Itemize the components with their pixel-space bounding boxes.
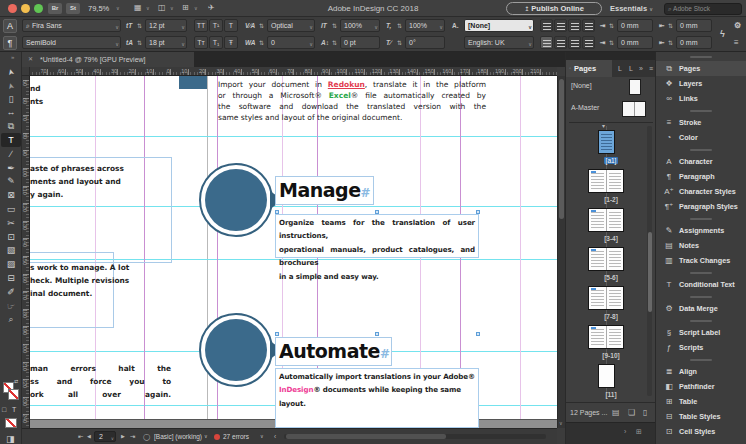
left-indent-field[interactable]: 0 mm — [617, 19, 653, 32]
next-page-icon[interactable]: ▶ — [121, 433, 125, 439]
panel-button-layers[interactable]: ❖Layers — [656, 76, 746, 91]
kerning-field[interactable]: Optical∨ — [267, 19, 315, 32]
adobe-stock-search-input[interactable]: ⌕ Adobe Stock — [664, 3, 742, 15]
vertical-scale-stepper[interactable]: ⇅ — [332, 22, 337, 29]
rectangle-frame-tool[interactable]: ⊠ — [1, 188, 21, 202]
vertical-ruler[interactable]: 5060708090100110120130140150160170180190… — [22, 76, 30, 428]
dock-group-grip[interactable] — [690, 272, 712, 274]
first-line-indent-field[interactable]: 0 mm — [617, 36, 653, 49]
automate-circle-graphic[interactable] — [199, 313, 273, 387]
page-label[interactable]: [7-8] — [566, 313, 656, 320]
panel-button-paragraph[interactable]: ¶Paragraph — [656, 169, 746, 184]
master-none-thumbnail[interactable] — [629, 79, 641, 95]
formatting-affects-container-icon[interactable]: □ — [2, 406, 6, 413]
clipped-text-fragment[interactable]: ndnts — [30, 82, 171, 108]
page-thumbnail-5-6[interactable] — [588, 247, 624, 271]
zoom-chevron-icon[interactable]: ∨ — [116, 5, 120, 11]
panel-button-conditional-text[interactable]: TConditional Text — [656, 277, 746, 292]
page-label[interactable]: [3-4] — [566, 235, 656, 242]
resize-grip-icon[interactable]: ⊞ — [636, 428, 642, 436]
dock-group-grip[interactable] — [690, 359, 712, 361]
kerning-stepper[interactable]: ⇅ — [259, 22, 264, 29]
view-options-chevron-icon[interactable]: ∨ — [146, 5, 150, 11]
baseline-shift-field[interactable]: 0 pt — [340, 36, 380, 49]
panel-button-links[interactable]: ∞Links — [656, 91, 746, 106]
bridge-icon[interactable]: Br — [48, 3, 62, 14]
close-window-button[interactable] — [8, 4, 17, 13]
eyedropper-tool[interactable]: ✐ — [1, 285, 21, 299]
left-indent-stepper[interactable]: ⇅ — [609, 22, 614, 29]
gradient-feather-tool[interactable]: ▨ — [1, 257, 21, 271]
preflight-profile-chevron-icon[interactable]: ∨ — [204, 433, 208, 439]
panel-button-stroke[interactable]: ≡Stroke — [656, 115, 746, 130]
automate-heading-frame[interactable]: Automate# — [275, 337, 392, 366]
dock-group-grip[interactable] — [690, 218, 712, 220]
preferences-gear-icon[interactable]: ⚙ — [734, 21, 741, 30]
horizontal-scale-field[interactable]: 100%∨ — [405, 19, 445, 32]
gpu-performance-icon[interactable]: ✈ — [208, 3, 215, 12]
horizontal-guide[interactable] — [30, 136, 557, 137]
rectangle-tool[interactable]: ▭ — [1, 202, 21, 216]
view-options-icon[interactable]: ▦ — [134, 3, 142, 12]
page-thumbnail-a1[interactable] — [598, 130, 615, 154]
selection-handle[interactable] — [275, 332, 279, 336]
strikethrough-button[interactable]: Ŧ — [224, 36, 238, 49]
justify-right-button[interactable] — [568, 36, 581, 49]
panel-button-character-styles[interactable]: A⁺Character Styles — [656, 184, 746, 199]
page-thumbnail-7-8[interactable] — [588, 286, 624, 310]
vertical-scale-field[interactable]: 100%∨ — [340, 19, 380, 32]
selection-tool[interactable]: ➤ — [1, 64, 21, 78]
panel-button-pathfinder[interactable]: ◧Pathfinder — [656, 379, 746, 394]
first-page-icon[interactable]: ⇤ — [78, 433, 83, 441]
font-size-stepper[interactable]: ⇅ — [137, 22, 142, 29]
panel-button-pages[interactable]: ⧉Pages — [656, 61, 746, 76]
pencil-tool[interactable]: ✎ — [1, 174, 21, 188]
last-line-indent-stepper[interactable]: ⇅ — [668, 39, 673, 46]
font-family-select[interactable]: ⌕ Fira Sans∨ — [22, 19, 121, 32]
vertical-scrollbar[interactable]: ∨ — [557, 76, 565, 428]
right-indent-field[interactable]: 0 mm — [676, 19, 712, 32]
panel-button-data-merge[interactable]: ⚙Data Merge — [656, 301, 746, 316]
justify-all-button[interactable] — [582, 36, 595, 49]
skew-field[interactable]: 0° — [405, 36, 445, 49]
publish-online-button[interactable]: ↥ Publish Online — [506, 2, 602, 15]
type-tool[interactable]: T — [1, 133, 21, 147]
clipped-text-fragment[interactable]: aste of phrases acrossments and layout a… — [30, 162, 171, 201]
manage-heading-frame[interactable]: Manage# — [275, 176, 374, 205]
horizontal-scrollbar[interactable] — [284, 434, 546, 439]
character-style-select[interactable]: [None]∨ — [464, 19, 534, 32]
view-mode-icon[interactable]: ◨ — [6, 434, 15, 444]
tracking-field[interactable]: 0∨ — [267, 36, 315, 49]
gap-tool[interactable]: ↔ — [1, 105, 21, 119]
page-label[interactable]: [9-10] — [566, 352, 656, 359]
zoom-tool[interactable]: ⌕ — [1, 312, 21, 326]
page-thumbnail-11[interactable] — [598, 364, 615, 388]
tracking-stepper[interactable]: ⇅ — [259, 39, 264, 46]
vertical-scrollbar-thumb[interactable] — [559, 79, 564, 219]
panel-button-track-changes[interactable]: ▥Track Changes — [656, 253, 746, 268]
tab-links-truncated[interactable]: L — [629, 60, 633, 77]
line-tool[interactable]: ∕ — [1, 147, 21, 161]
page-label[interactable]: [5-6] — [566, 274, 656, 281]
apply-none-button[interactable] — [5, 418, 17, 428]
zoom-level-value[interactable]: 79,5% — [88, 4, 109, 13]
dock-group-grip[interactable] — [690, 320, 712, 322]
stroke-color-swatch[interactable] — [8, 389, 19, 400]
dock-group-grip[interactable] — [690, 149, 712, 151]
baseline-shift-stepper[interactable]: ⇅ — [332, 39, 337, 46]
panel-button-table[interactable]: ⊞Table — [656, 394, 746, 409]
pages-scrollbar-thumb[interactable] — [648, 232, 652, 312]
master-a-label[interactable]: A-Master — [571, 104, 599, 111]
justify-center-button[interactable] — [554, 36, 567, 49]
font-size-field[interactable]: 12 pt∨ — [145, 19, 187, 32]
formatting-affects-text-icon[interactable]: T — [12, 406, 16, 413]
small-caps-button[interactable]: Tт — [194, 36, 208, 49]
panel-button-table-styles[interactable]: ⊟Table Styles — [656, 409, 746, 424]
preflight-errors-chevron-icon[interactable]: ∨ — [260, 433, 264, 439]
right-indent-stepper[interactable]: ⇅ — [668, 22, 673, 29]
scroll-right-icon[interactable]: › — [624, 428, 626, 435]
workspace-switcher[interactable]: Essentials ∨ — [610, 4, 653, 13]
stock-icon[interactable]: St — [66, 3, 80, 14]
page-label[interactable]: [11] — [566, 391, 656, 398]
horizontal-ruler[interactable]: 7060504030201001020304050607080901001101… — [30, 67, 557, 76]
